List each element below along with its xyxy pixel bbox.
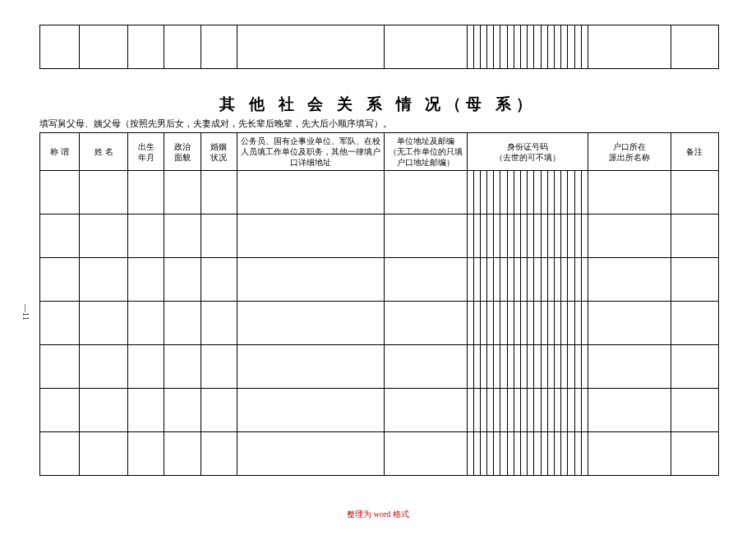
- id-digit-cell: [581, 345, 588, 389]
- header-row: 称 谓 姓 名 出生 年月 政治 面貌 婚姻 状况 公务员、国有企事业单位、军队…: [40, 133, 719, 171]
- id-digit-cell: [534, 389, 541, 432]
- id-digit-cell: [554, 171, 560, 214]
- top-cell: [588, 25, 671, 69]
- id-digit-cell: [500, 258, 507, 302]
- id-digit-cell: [521, 389, 528, 432]
- id-digit-cell: [507, 389, 514, 432]
- top-cell: [201, 25, 237, 69]
- top-cell: [80, 25, 128, 69]
- data-cell: [80, 432, 128, 476]
- top-cell: [384, 25, 467, 69]
- id-digit-cell: [561, 214, 568, 258]
- id-digit-cell: [487, 258, 494, 302]
- id-digit-cell: [500, 214, 507, 258]
- table-row: [40, 171, 719, 214]
- id-digit-cell: [547, 171, 554, 214]
- data-cell: [384, 302, 467, 345]
- table-row: [40, 345, 719, 389]
- id-digit-cell: [480, 171, 486, 214]
- id-digit-cell: [467, 302, 473, 345]
- id-digit-cell: [514, 389, 520, 432]
- id-digit-cell: [521, 432, 528, 476]
- top-id-cell: [507, 25, 514, 69]
- data-cell: [237, 171, 384, 214]
- id-digit-cell: [554, 214, 560, 258]
- header-chengwei: 称 谓: [40, 133, 80, 171]
- id-digit-cell: [480, 258, 486, 302]
- id-digit-cell: [473, 214, 480, 258]
- id-digit-cell: [500, 432, 507, 476]
- data-cell: [40, 389, 80, 432]
- id-digit-cell: [487, 389, 494, 432]
- top-id-cell: [574, 25, 581, 69]
- data-cell: [128, 432, 164, 476]
- data-cell: [80, 258, 128, 302]
- data-cell: [671, 345, 718, 389]
- data-cell: [237, 432, 384, 476]
- id-digit-cell: [480, 389, 486, 432]
- id-digit-cell: [507, 345, 514, 389]
- data-cell: [80, 171, 128, 214]
- id-digit-cell: [473, 258, 480, 302]
- data-cell: [384, 432, 467, 476]
- id-digit-cell: [473, 432, 480, 476]
- data-cell: [671, 171, 718, 214]
- data-cell: [671, 258, 718, 302]
- data-cell: [128, 171, 164, 214]
- id-digit-cell: [568, 389, 574, 432]
- top-id-cell: [500, 25, 507, 69]
- id-digit-cell: [480, 214, 486, 258]
- id-digit-cell: [547, 432, 554, 476]
- id-digit-cell: [473, 171, 480, 214]
- data-cell: [164, 258, 201, 302]
- header-chusheng: 出生 年月: [128, 133, 164, 171]
- id-digit-cell: [487, 345, 494, 389]
- data-cell: [384, 214, 467, 258]
- data-cell: [40, 258, 80, 302]
- id-digit-cell: [574, 171, 581, 214]
- id-digit-cell: [568, 214, 574, 258]
- id-digit-cell: [528, 389, 534, 432]
- top-id-cell: [561, 25, 568, 69]
- id-digit-cell: [547, 214, 554, 258]
- data-cell: [201, 302, 237, 345]
- data-cell: [164, 345, 201, 389]
- id-digit-cell: [547, 389, 554, 432]
- data-cell: [40, 214, 80, 258]
- data-cell: [80, 389, 128, 432]
- data-cell: [128, 214, 164, 258]
- id-digit-cell: [581, 389, 588, 432]
- id-digit-cell: [561, 432, 568, 476]
- data-cell: [671, 302, 718, 345]
- id-digit-cell: [514, 214, 520, 258]
- data-cell: [588, 302, 671, 345]
- data-cell: [237, 302, 384, 345]
- data-cell: [80, 345, 128, 389]
- id-digit-cell: [568, 258, 574, 302]
- top-id-cell: [494, 25, 500, 69]
- header-beizhu: 备注: [671, 133, 718, 171]
- id-digit-cell: [581, 171, 588, 214]
- id-digit-cell: [574, 389, 581, 432]
- id-digit-cell: [528, 258, 534, 302]
- data-cell: [128, 345, 164, 389]
- id-digit-cell: [514, 258, 520, 302]
- data-cell: [164, 214, 201, 258]
- id-digit-cell: [574, 345, 581, 389]
- id-digit-cell: [541, 345, 547, 389]
- data-cell: [201, 258, 237, 302]
- main-relations-table: 称 谓 姓 名 出生 年月 政治 面貌 婚姻 状况 公务员、国有企事业单位、军队…: [39, 132, 719, 476]
- table-row: [40, 432, 719, 476]
- id-digit-cell: [507, 214, 514, 258]
- header-shenfen: 身份证号码 （去世的可不填）: [467, 133, 588, 171]
- data-cell: [588, 171, 671, 214]
- table-row: [40, 258, 719, 302]
- id-digit-cell: [547, 345, 554, 389]
- data-cell: [128, 389, 164, 432]
- id-digit-cell: [473, 389, 480, 432]
- top-id-cell: [480, 25, 486, 69]
- id-digit-cell: [521, 171, 528, 214]
- data-cell: [164, 302, 201, 345]
- top-id-cell: [581, 25, 588, 69]
- top-id-cell: [528, 25, 534, 69]
